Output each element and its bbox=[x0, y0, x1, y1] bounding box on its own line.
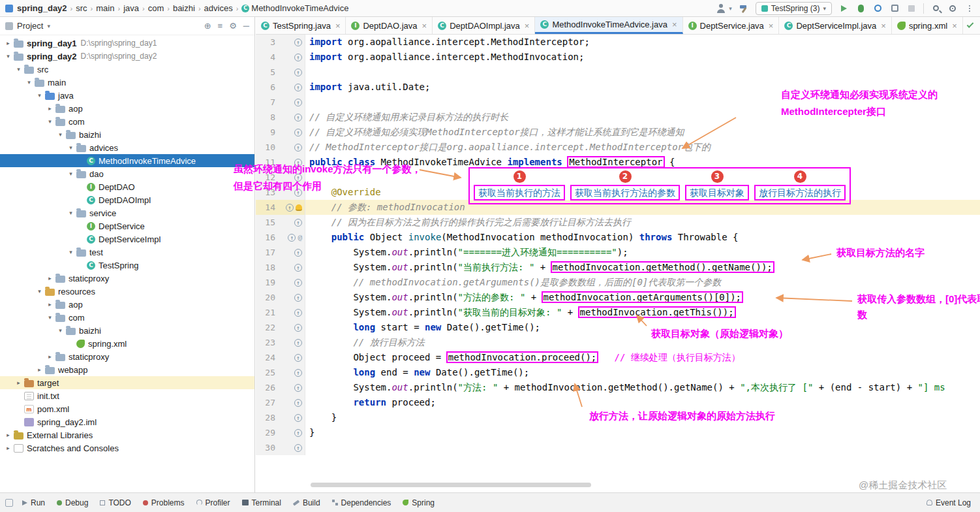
code-line[interactable]: 6 ↑ @ import java.util.Date; bbox=[256, 80, 980, 95]
breadcrumb-item[interactable]: C com › bbox=[148, 3, 171, 13]
tree-item[interactable]: ▸ aop bbox=[0, 102, 254, 115]
project-panel-icon[interactable] bbox=[5, 22, 13, 30]
code-line[interactable]: 4 ↑ @ import org.aopalliance.intercept.M… bbox=[256, 50, 980, 65]
statusbar-item[interactable]: Terminal bbox=[242, 498, 281, 507]
code-line[interactable]: 17 ↑ @ System.out.println("=======进入环绕通知… bbox=[256, 245, 980, 260]
tree-item[interactable]: ▾ com bbox=[0, 311, 254, 324]
override-marker-icon[interactable]: ↑ bbox=[294, 384, 302, 392]
editor-tab[interactable]: C DeptDAOImpl.java × bbox=[433, 17, 535, 34]
override-marker-icon[interactable]: ↑ bbox=[294, 144, 302, 152]
more-options-icon[interactable] bbox=[964, 3, 975, 14]
tree-chevron-icon[interactable]: ▾ bbox=[67, 210, 75, 216]
statusbar-item[interactable]: Spring bbox=[403, 498, 435, 507]
panel-settings-icon[interactable]: ⚙ bbox=[229, 21, 237, 31]
build-hammer-icon[interactable] bbox=[739, 3, 749, 14]
statusbar-item[interactable]: Run bbox=[22, 498, 45, 507]
collapse-all-icon[interactable]: ≡ bbox=[218, 21, 223, 31]
tree-chevron-icon[interactable]: ▾ bbox=[56, 327, 65, 334]
tree-item[interactable]: I DeptService bbox=[0, 219, 254, 232]
stop-button[interactable] bbox=[908, 5, 915, 12]
horizontal-scrollbar[interactable] bbox=[311, 483, 591, 487]
debug-button[interactable] bbox=[858, 5, 864, 12]
search-icon[interactable] bbox=[933, 5, 939, 11]
override-marker-icon[interactable]: ↑ bbox=[294, 84, 302, 91]
tree-chevron-icon[interactable]: ▸ bbox=[14, 379, 23, 386]
run-config-select[interactable]: TestSpring (3) ▾ bbox=[756, 2, 832, 15]
code-line[interactable]: 5 ↑ @ bbox=[256, 65, 980, 80]
tree-chevron-icon[interactable]: ▸ bbox=[46, 105, 54, 112]
tree-chevron-icon[interactable]: ▾ bbox=[67, 170, 75, 177]
statusbar-item[interactable]: TODO bbox=[100, 498, 130, 507]
locate-file-icon[interactable]: ⊕ bbox=[204, 21, 211, 31]
code-line[interactable]: 21 ↑ @ System.out.println("获取当前的目标对象: " … bbox=[256, 305, 980, 320]
override-marker-icon[interactable]: ↑ bbox=[294, 159, 302, 167]
override-marker-icon[interactable]: ↑ bbox=[294, 264, 302, 272]
override-marker-icon[interactable]: ↑ bbox=[294, 279, 302, 287]
override-marker-icon[interactable]: ↑ bbox=[294, 294, 302, 302]
tree-chevron-icon[interactable]: ▾ bbox=[46, 314, 54, 321]
tree-chevron-icon[interactable]: ▾ bbox=[35, 92, 44, 99]
override-marker-icon[interactable]: ↑ bbox=[294, 54, 302, 61]
tree-chevron-icon[interactable]: ▸ bbox=[46, 301, 54, 308]
code-line[interactable]: 8 ↑ @ // 自定义环绕通知用来记录目标方法的执行时长 bbox=[256, 110, 980, 125]
editor-tab[interactable]: C TestSpring.java × bbox=[256, 17, 346, 34]
code-line[interactable]: 10 ↑ @ // MethodInterceptor接口是org.aopall… bbox=[256, 140, 980, 155]
code-line[interactable]: 11 ↑ @ public class MethodInvokeTimeAdvi… bbox=[256, 155, 980, 170]
tree-item[interactable]: m pom.xml bbox=[0, 402, 254, 415]
override-marker-icon[interactable]: ↑ bbox=[294, 99, 302, 106]
breadcrumb-item[interactable]: C advices › bbox=[204, 3, 240, 13]
tab-close-icon[interactable]: × bbox=[422, 21, 427, 31]
breadcrumb-item[interactable]: C spring_day2 › bbox=[17, 3, 74, 13]
hide-panel-icon[interactable]: ─ bbox=[243, 21, 249, 31]
breadcrumb-item[interactable]: C java › bbox=[123, 3, 146, 13]
editor-tab[interactable]: I DeptDAO.java × bbox=[346, 17, 433, 34]
tree-item[interactable]: ▾ dao bbox=[0, 167, 254, 180]
breadcrumb-item[interactable]: C src › bbox=[76, 3, 94, 13]
override-marker-icon[interactable]: ↑ bbox=[294, 114, 302, 121]
editor-tab[interactable]: I DeptService.java × bbox=[683, 17, 780, 34]
tree-item[interactable]: ▾ com bbox=[0, 115, 254, 128]
run-button[interactable] bbox=[841, 5, 847, 12]
code-line[interactable]: 20 ↑ @ System.out.println("方法的参数: " + me… bbox=[256, 290, 980, 305]
code-line[interactable]: 3 ↑ @ import org.aopalliance.intercept.M… bbox=[256, 35, 980, 50]
editor-tab[interactable]: C MethodInvokeTimeAdvice.java × bbox=[535, 17, 682, 34]
code-line[interactable]: 7 ↑ @ bbox=[256, 95, 980, 110]
tree-chevron-icon[interactable]: ▸ bbox=[4, 432, 12, 438]
breadcrumb-item[interactable]: C MethodInvokeTimeAdvice › bbox=[241, 3, 348, 13]
coverage-button[interactable] bbox=[874, 5, 881, 12]
override-marker-icon[interactable]: ↑ bbox=[294, 429, 302, 437]
override-marker-icon[interactable]: ↑ bbox=[294, 249, 302, 257]
tree-chevron-icon[interactable]: ▸ bbox=[4, 445, 12, 451]
tree-item[interactable]: C MethodInvokeTimeAdvice bbox=[0, 154, 254, 167]
tree-item[interactable]: spring_day2.iml bbox=[0, 415, 254, 428]
tree-item[interactable]: ▸ staticproxy bbox=[0, 350, 254, 363]
settings-gear-icon[interactable] bbox=[949, 5, 956, 12]
breadcrumb-item[interactable]: C baizhi › bbox=[173, 3, 202, 13]
override-marker-icon[interactable]: ↑ bbox=[294, 369, 302, 377]
intention-bulb-icon[interactable] bbox=[296, 204, 302, 211]
tree-item[interactable]: ▾ test bbox=[0, 246, 254, 259]
tree-item[interactable]: ▾ java bbox=[0, 89, 254, 102]
override-marker-icon[interactable]: ↑ bbox=[294, 399, 302, 407]
override-marker-icon[interactable]: ↑ bbox=[294, 414, 302, 422]
statusbar-item[interactable]: Build bbox=[293, 498, 320, 507]
tree-item[interactable]: ▸ aop bbox=[0, 298, 254, 311]
breadcrumb-item[interactable]: C main › bbox=[96, 3, 121, 13]
override-marker-icon[interactable]: ↑ bbox=[294, 444, 302, 452]
statusbar-item[interactable]: Debug bbox=[57, 498, 88, 507]
tree-item[interactable]: ▸ spring_day1 D:\spring\spring_day1 bbox=[0, 37, 254, 50]
tree-item[interactable]: ▾ service bbox=[0, 206, 254, 219]
profiler-button[interactable] bbox=[891, 5, 898, 12]
code-line[interactable]: 23 ↑ @ // 放行目标方法 bbox=[256, 335, 980, 350]
statusbar-item[interactable]: Event Log bbox=[926, 498, 971, 507]
tree-item[interactable]: ▾ baizhi bbox=[0, 324, 254, 337]
tree-item[interactable]: ▾ advices bbox=[0, 141, 254, 154]
override-marker-icon[interactable]: ↑ bbox=[286, 204, 294, 212]
tree-item[interactable]: I DeptDAO bbox=[0, 180, 254, 193]
tree-chevron-icon[interactable]: ▾ bbox=[67, 144, 75, 151]
tree-item[interactable]: ▸ Scratches and Consoles bbox=[0, 441, 254, 455]
tree-item[interactable]: ▸ External Libraries bbox=[0, 428, 254, 441]
override-marker-icon[interactable]: ↑ bbox=[294, 354, 302, 362]
inspections-ok-icon[interactable] bbox=[967, 21, 974, 28]
tree-item[interactable]: ▸ target bbox=[0, 376, 254, 389]
